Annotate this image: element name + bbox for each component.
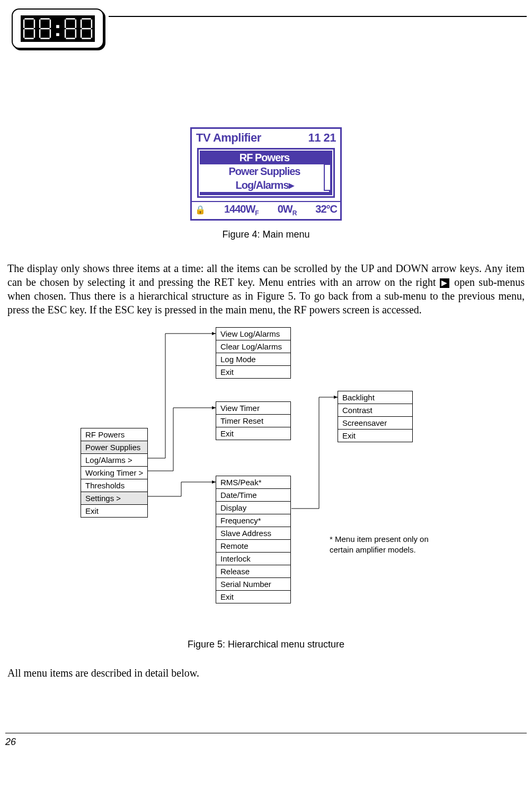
lcd-menu-item[interactable]: Log/Alarms▸ [200, 178, 329, 192]
lcd-screen: TV Amplifier 11 21 RF Powers Power Suppl… [190, 127, 342, 221]
main-menu-box: RF Powers Power Supplies Log/Alarms > Wo… [81, 428, 148, 518]
menu-item: Thresholds [81, 479, 147, 492]
lock-icon: 🔒 [195, 205, 205, 215]
forward-power: 1440WF [224, 203, 259, 217]
menu-item: Exit [81, 505, 147, 517]
menu-item: Log/Alarms > [81, 454, 147, 467]
display-menu-box: Backlight Contrast Screensaver Exit [338, 391, 413, 442]
arrow-icon: ▶ [440, 278, 449, 288]
menu-item: Exit [216, 427, 290, 440]
menu-item: Screensaver [338, 417, 412, 430]
menu-item: Release [216, 565, 290, 578]
menu-item: RF Powers [81, 428, 147, 441]
menu-item: Exit [216, 366, 290, 378]
lcd-menu-item[interactable]: Power Supplies [200, 164, 329, 178]
menu-item: Frequency* [216, 514, 290, 527]
lcd-scrollbar[interactable] [324, 152, 331, 191]
menu-item: Working Timer > [81, 467, 147, 479]
menu-item: Date/Time [216, 489, 290, 502]
menu-item: Clear Log/Alarms [216, 340, 290, 353]
timer-menu-box: View Timer Timer Reset Exit [216, 401, 291, 440]
page-number: 26 [5, 733, 527, 748]
menu-item: Contrast [338, 404, 412, 417]
settings-menu-box: RMS/Peak* Date/Time Display Frequency* S… [216, 476, 291, 603]
menu-item: Remote [216, 540, 290, 553]
lcd-title: TV Amplifier [196, 131, 261, 145]
menu-item: Backlight [338, 391, 412, 404]
menu-item: Exit [216, 591, 290, 603]
menu-item: View Timer [216, 402, 290, 415]
menu-item: Timer Reset [216, 415, 290, 427]
temperature: 32°C [315, 203, 337, 215]
menu-item: View Log/Alarms [216, 328, 290, 340]
log-menu-box: View Log/Alarms Clear Log/Alarms Log Mod… [216, 327, 291, 379]
menu-item: Display [216, 502, 290, 514]
menu-item: Slave Address [216, 527, 290, 540]
clock-icon: : [12, 8, 104, 49]
lcd-menu-item[interactable]: RF Powers [200, 151, 329, 164]
figure-4-caption: Figure 4: Main menu [5, 229, 527, 240]
figure-5-caption: Figure 5: Hierarchical menu structure [5, 639, 527, 650]
menu-item: Serial Number [216, 578, 290, 591]
footnote: * Menu item present only on certain ampl… [330, 534, 430, 555]
paragraph-2: All menu items are described in detail b… [7, 666, 525, 680]
menu-item: Power Supplies [81, 441, 147, 454]
menu-item: Exit [338, 430, 412, 442]
menu-item: RMS/Peak* [216, 476, 290, 489]
menu-item: Log Mode [216, 353, 290, 366]
menu-item: Settings > [81, 492, 147, 505]
lcd-time: 11 21 [308, 131, 336, 145]
menu-item: Interlock [216, 553, 290, 565]
paragraph-1: The display only shows three items at a … [7, 261, 525, 317]
hierarchy-diagram: RF Powers Power Supplies Log/Alarms > Wo… [59, 327, 473, 635]
reflected-power: 0WR [278, 203, 297, 217]
